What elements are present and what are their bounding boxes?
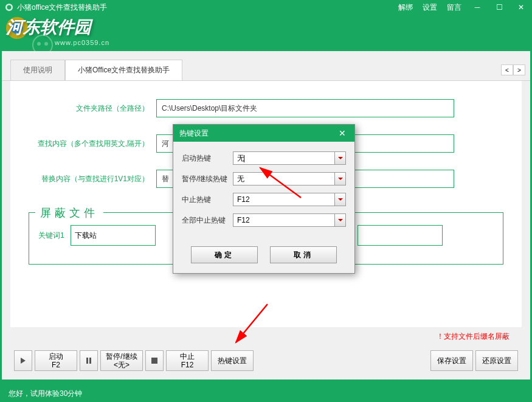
chevron-down-icon [334, 173, 345, 185]
replace-label: 替换内容（与查找进行1V1对应） [29, 174, 156, 184]
tab-main[interactable]: 小猪Office文件查找替换助手 [65, 60, 182, 80]
svg-point-4 [33, 35, 52, 51]
start-hotkey-label: 启动热键 [182, 153, 233, 164]
brand-url: www.pc0359.cn [55, 39, 109, 46]
svg-rect-9 [151, 358, 157, 364]
keyword3-input[interactable] [358, 225, 443, 246]
dialog-title: 热键设置 [179, 128, 336, 139]
path-input[interactable] [156, 99, 454, 117]
stop-icon-button[interactable] [145, 350, 164, 371]
stopall-hotkey-label: 全部中止热键 [182, 215, 233, 226]
pause-button[interactable]: 暂停/继续<无> [100, 350, 143, 371]
banner: 河东软件园 www.pc0359.cn [0, 15, 532, 51]
chevron-down-icon [334, 193, 345, 206]
start-hotkey-select[interactable]: 无| [233, 151, 346, 165]
fieldset-legend: 屏蔽文件 [35, 206, 103, 220]
hotkey-settings-button[interactable]: 热键设置 [211, 350, 254, 371]
app-icon [5, 3, 13, 12]
save-settings-button[interactable]: 保存设置 [430, 350, 473, 371]
close-button[interactable]: ✕ [515, 1, 527, 13]
pause-hotkey-label: 暂停/继续热键 [182, 174, 233, 184]
find-label: 查找内容（多个查找用英文,隔开） [29, 139, 156, 149]
settings-link[interactable]: 设置 [423, 2, 437, 13]
svg-point-5 [37, 42, 41, 46]
unbind-link[interactable]: 解绑 [398, 2, 413, 13]
toolbar: 启动F2 暂停/继续<无> 中止F12 热键设置 保存设置 还原设置 [10, 342, 522, 379]
keyword1-label: 关键词1 [38, 230, 64, 241]
dialog-ok-button[interactable]: 确定 [191, 246, 258, 263]
window-title: 小猪office文件查找替换助手 [17, 2, 398, 13]
play-icon-button[interactable] [14, 350, 32, 371]
suffix-note: ！支持文件后缀名屏蔽 [437, 331, 510, 342]
stop-button[interactable]: 中止F12 [166, 350, 209, 371]
svg-point-1 [7, 5, 12, 10]
feedback-link[interactable]: 留言 [447, 2, 461, 13]
pause-hotkey-select[interactable]: 无 [233, 172, 346, 185]
restore-settings-button[interactable]: 还原设置 [475, 350, 518, 371]
svg-point-6 [44, 42, 48, 46]
stop-hotkey-select[interactable]: F12 [233, 193, 346, 206]
tab-next-button[interactable]: > [513, 64, 525, 75]
maximize-button[interactable]: ☐ [493, 1, 505, 13]
stopall-hotkey-select[interactable]: F12 [233, 213, 346, 227]
path-label: 文件夹路径（全路径） [29, 103, 156, 114]
mascot-icon [30, 33, 55, 51]
status-text: 您好，试用体验30分钟 [9, 389, 82, 399]
minimize-button[interactable]: ─ [471, 1, 483, 13]
statusbar: 您好，试用体验30分钟 [0, 385, 532, 402]
svg-rect-8 [89, 358, 91, 364]
tab-instructions[interactable]: 使用说明 [10, 60, 65, 80]
keyword1-input[interactable] [71, 225, 156, 246]
stop-hotkey-label: 中止热键 [182, 195, 233, 205]
pause-icon-button[interactable] [80, 350, 98, 371]
chevron-down-icon [334, 214, 345, 226]
svg-rect-7 [86, 358, 88, 364]
chevron-down-icon [334, 152, 345, 164]
titlebar: 小猪office文件查找替换助手 解绑 设置 留言 ─ ☐ ✕ [0, 0, 532, 15]
start-button[interactable]: 启动F2 [35, 350, 77, 371]
tab-prev-button[interactable]: < [501, 64, 513, 75]
dialog-cancel-button[interactable]: 取消 [270, 246, 337, 263]
dialog-close-button[interactable]: ✕ [336, 127, 348, 139]
hotkey-dialog: 热键设置 ✕ 启动热键 无| 暂停/继续热键 无 中止热键 F12 全部中止热键… [173, 124, 355, 274]
tab-bar: 使用说明 小猪Office文件查找替换助手 < > [2, 51, 530, 81]
